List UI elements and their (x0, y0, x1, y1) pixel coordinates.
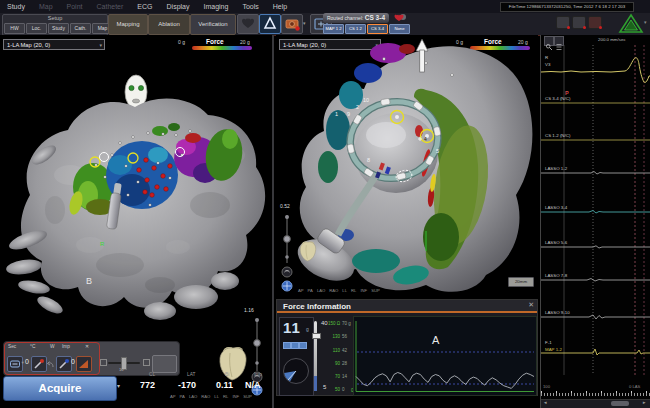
orient-rao[interactable]: RAO (201, 394, 210, 399)
scroll-left-arrow[interactable]: ◄ (543, 400, 547, 405)
abl-impedance-button[interactable] (76, 356, 92, 372)
device-status-icon-1[interactable] (556, 16, 570, 29)
left-orientation-buttons: AP PA LAO RAO LL RL INF SUP (170, 394, 252, 399)
scrollbar-thumb[interactable] (611, 401, 629, 406)
acquire-button[interactable]: Acquire (3, 376, 117, 401)
carto-workspace: Study Map Point Catheter ECG Display Ima… (0, 0, 650, 408)
zoom-slider-track[interactable] (280, 211, 296, 295)
svg-text:4: 4 (424, 136, 427, 142)
camera-icon (282, 15, 302, 33)
orient-ll[interactable]: LL (342, 288, 347, 293)
ablation-button[interactable]: Ablation (148, 14, 190, 35)
menu-imaging[interactable]: Imaging (196, 3, 235, 10)
ecg-scrollbar[interactable]: ◄ ► (541, 399, 650, 408)
orient-rl[interactable]: RL (351, 288, 356, 293)
setup-hw-button[interactable]: HW (4, 23, 25, 34)
svg-text:9: 9 (347, 111, 350, 117)
orient-ll[interactable]: LL (214, 394, 219, 399)
menu-catheter[interactable]: Catheter (90, 3, 131, 10)
scroll-right-arrow[interactable]: ► (642, 400, 646, 405)
orient-sup[interactable]: SUP (371, 288, 380, 293)
right-3d-viewport[interactable]: 1-LA Map (20, 0) ▾ 0 g Force 20 g (276, 35, 538, 299)
orient-rl[interactable]: RL (223, 394, 228, 399)
menu-study[interactable]: Study (0, 3, 32, 10)
heart-icon (238, 15, 258, 33)
svg-text:2: 2 (356, 104, 359, 110)
verification-button[interactable]: Verification (190, 14, 236, 35)
svg-text:5: 5 (436, 148, 439, 154)
biosense-triangle-logo (618, 13, 644, 34)
acquire-dropdown-caret[interactable]: ▾ (117, 382, 120, 389)
ecg-panel[interactable]: 200.0 mm/sec R V3 P CS 3-4 (N/C) CS 1-2 … (540, 35, 650, 408)
orient-sup[interactable]: SUP (243, 394, 252, 399)
force-panel-close-icon[interactable]: ✕ (528, 301, 534, 309)
right-zoom-slider[interactable]: 0.52 (278, 203, 294, 293)
ablation-toolbar-close[interactable]: ✕ (85, 344, 89, 349)
orient-inf[interactable]: INF (360, 288, 367, 293)
orient-lao[interactable]: LAO (317, 288, 325, 293)
slider-max-box[interactable] (143, 359, 150, 366)
abl-power-button[interactable] (56, 356, 72, 372)
ablation-toolbar: Sec °C W Imp ✕ ▾ 0 0 (3, 341, 180, 376)
abl-caret[interactable]: ▾ (22, 360, 24, 365)
svg-text:10: 10 (363, 97, 369, 103)
menu-map[interactable]: Map (32, 3, 60, 10)
ecg-bottom-right-label: 0 LAS (629, 384, 640, 389)
stat-cl: CL 772 (140, 372, 174, 390)
force-readout-cluster: 11 g (279, 317, 314, 396)
routed-channel-value: CS 3-4 (365, 14, 385, 21)
alarm-button[interactable] (259, 14, 281, 34)
channel-cs12-button[interactable]: CS 1 2 (345, 24, 366, 34)
annotation-b-label: B (86, 276, 92, 286)
right-orientation-buttons: AP PA LAO RAO LL RL INF SUP (298, 288, 380, 293)
orient-pa[interactable]: PA (180, 394, 185, 399)
device-status-icon-2[interactable] (572, 16, 586, 29)
force-unit: g (306, 326, 309, 332)
left-atrium-mesh[interactable]: R B (0, 35, 272, 373)
undo-arrow-icon[interactable] (45, 359, 55, 369)
orient-inf[interactable]: INF (232, 394, 239, 399)
routed-channel-buttons: MAP 1 2 CS 1 2 CS 3-4 None (323, 24, 410, 34)
channel-cs34-button[interactable]: CS 3-4 (367, 24, 388, 34)
mapping-button[interactable]: Mapping (108, 14, 148, 35)
menu-point[interactable]: Point (60, 3, 90, 10)
abl-extra-button[interactable] (152, 355, 177, 373)
menu-display[interactable]: Display (160, 3, 197, 10)
channel-none-button[interactable]: None (389, 24, 410, 34)
ecg-time-ruler (541, 391, 650, 396)
snapshot-button[interactable] (281, 14, 303, 34)
snapshot-dropdown-caret[interactable]: ▾ (303, 20, 306, 26)
heart-reference-icon (298, 239, 318, 263)
scale-badge: 20mm (508, 277, 534, 287)
channel-map12-button[interactable]: MAP 1 2 (323, 24, 344, 34)
orient-rao[interactable]: RAO (329, 288, 338, 293)
interval-icon (8, 357, 22, 371)
setup-study-button[interactable]: Study (48, 23, 69, 34)
left-3d-viewport[interactable]: 1-LA Map (20, 0) ▾ 0 g Force 20 g (0, 35, 274, 408)
setup-loc-button[interactable]: Loc. (26, 23, 47, 34)
force-value: 11 (283, 319, 301, 336)
force-trend-chart (353, 316, 537, 396)
catheter-blue-icon (57, 357, 71, 371)
menu-help[interactable]: Help (266, 3, 294, 10)
force-direction-gauge (281, 350, 311, 392)
orient-ap[interactable]: AP (298, 288, 304, 293)
menu-tools[interactable]: Tools (235, 3, 265, 10)
device-status-icon-3[interactable] (588, 16, 602, 29)
orient-pa[interactable]: PA (308, 288, 313, 293)
sweep-speed-readout: 200.0 mm/sec (598, 37, 626, 42)
svg-text:8: 8 (367, 157, 370, 163)
force-information-panel: Force Information ✕ 11 g 40 5 150 Ω 130 … (276, 299, 538, 396)
favorites-heart-button[interactable] (237, 14, 259, 34)
stat-imp: Imp N/A (245, 372, 279, 390)
setup-cath-button[interactable]: Cath. (70, 23, 91, 34)
setup-label: Setup (3, 15, 107, 21)
menu-ecg[interactable]: ECG (130, 3, 159, 10)
force-slider-knob[interactable] (312, 333, 321, 339)
setup-group: Setup HW Loc. Study Cath. Map (2, 14, 108, 36)
heartbeat-icon (392, 13, 407, 24)
logo-dropdown-caret[interactable]: ▾ (644, 19, 647, 25)
orient-ap[interactable]: AP (170, 394, 176, 399)
orient-lao[interactable]: LAO (189, 394, 197, 399)
slider-min-box[interactable] (100, 359, 107, 366)
